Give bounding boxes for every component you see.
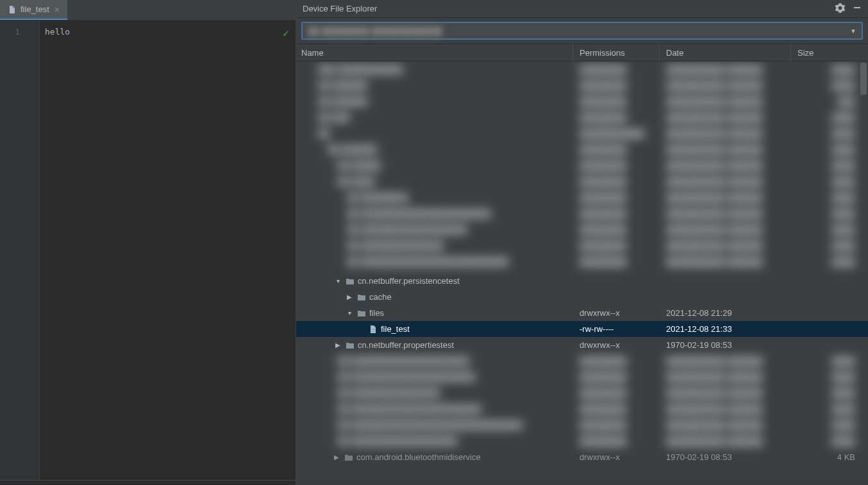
- tree-row[interactable]: ?file_test-rw-rw----2021-12-08 21:33: [296, 321, 868, 337]
- chevron-down-icon[interactable]: ▾: [333, 277, 342, 284]
- tree-row-date: 1970-02-19 08:53: [660, 340, 791, 350]
- minimize-icon[interactable]: [853, 3, 862, 14]
- panel-title: Device File Explorer: [303, 4, 377, 13]
- file-icon: ?: [368, 324, 378, 334]
- column-header-name[interactable]: Name: [296, 44, 573, 61]
- tree-row[interactable]: ▶cache: [296, 289, 868, 305]
- checkmark-icon: ✓: [283, 27, 289, 40]
- tree-row[interactable]: ▶ com.android.bluetoothmidiservice drwxr…: [296, 449, 868, 465]
- editor-tabs: file_test ×: [0, 0, 296, 21]
- editor-gutter: 1: [0, 21, 40, 480]
- scrollbar-thumb[interactable]: [860, 63, 867, 95]
- device-file-explorer-panel: Device File Explorer ██ ████████ ███████…: [296, 0, 868, 485]
- folder-icon: [356, 308, 367, 318]
- blurred-region-top: ███ █████████████████████████████ ██████…: [296, 62, 868, 273]
- folder-icon: [345, 276, 355, 286]
- editor-panel: file_test × 1 hello ✓: [0, 0, 296, 485]
- tree-row-permissions: drwxrwx--x: [573, 452, 660, 462]
- editor-text-line: hello: [45, 26, 290, 38]
- tree-row-permissions: drwxrwx--x: [573, 340, 660, 350]
- chevron-right-icon[interactable]: ▶: [332, 454, 341, 461]
- chevron-right-icon[interactable]: ▶: [345, 293, 354, 300]
- gutter-line-number: 1: [0, 26, 39, 38]
- svg-rect-0: [854, 7, 860, 8]
- file-icon: [8, 5, 17, 14]
- tree-row-permissions: drwxrwx--x: [573, 308, 660, 318]
- column-header-size[interactable]: Size: [791, 44, 868, 61]
- device-selector-dropdown[interactable]: ██ ████████ ████████████ ▼: [301, 22, 863, 40]
- folder-icon: [345, 340, 355, 350]
- tree-row-label: cn.netbuffer.persistencetest: [358, 276, 460, 286]
- status-bar: [0, 480, 296, 485]
- device-selector-value: ██ ████████ ████████████: [308, 26, 442, 36]
- tree-row-size: 4 KB: [791, 452, 868, 462]
- chevron-down-icon: ▼: [850, 28, 856, 35]
- panel-header: Device File Explorer: [296, 0, 868, 18]
- tree-row-date: 2021-12-08 21:29: [660, 308, 791, 318]
- tree-row-label: cache: [369, 292, 392, 302]
- tree-row[interactable]: ▾cn.netbuffer.persistencetest: [296, 273, 868, 289]
- svg-text:?: ?: [372, 328, 374, 333]
- folder-icon: [356, 292, 367, 302]
- tree-row-label: com.android.bluetoothmidiservice: [356, 452, 481, 462]
- folder-icon: [344, 452, 354, 463]
- tree-row[interactable]: ▾filesdrwxrwx--x2021-12-08 21:29: [296, 305, 868, 321]
- tree-row-date: 2021-12-08 21:33: [660, 324, 791, 334]
- column-header-date[interactable]: Date: [660, 44, 791, 61]
- editor-body: 1 hello ✓: [0, 21, 296, 480]
- editor-tab-file-test[interactable]: file_test ×: [0, 0, 67, 20]
- tree-row[interactable]: ▶cn.netbuffer.propertiestestdrwxrwx--x19…: [296, 337, 868, 353]
- close-icon[interactable]: ×: [53, 4, 61, 15]
- tree-body: ███ █████████████████████████████ ██████…: [296, 62, 868, 485]
- tree-row-label: files: [369, 308, 384, 318]
- blurred-region-bottom: ██ █████████████████████████████████████…: [296, 353, 868, 449]
- scrollbar[interactable]: [860, 62, 867, 485]
- tree-row-label: cn.netbuffer.propertiestest: [358, 340, 454, 350]
- tree-row-permissions: -rw-rw----: [573, 324, 660, 334]
- column-header-permissions[interactable]: Permissions: [573, 44, 660, 61]
- editor-tab-label: file_test: [21, 4, 49, 14]
- gear-icon[interactable]: [835, 3, 845, 15]
- chevron-right-icon[interactable]: ▶: [333, 341, 342, 349]
- tree-row-date: 1970-02-19 08:53: [660, 452, 791, 462]
- tree-row-label: file_test: [381, 324, 410, 334]
- editor-content[interactable]: hello ✓: [40, 21, 296, 480]
- table-header: Name Permissions Date Size: [296, 44, 868, 62]
- chevron-down-icon[interactable]: ▾: [345, 309, 354, 316]
